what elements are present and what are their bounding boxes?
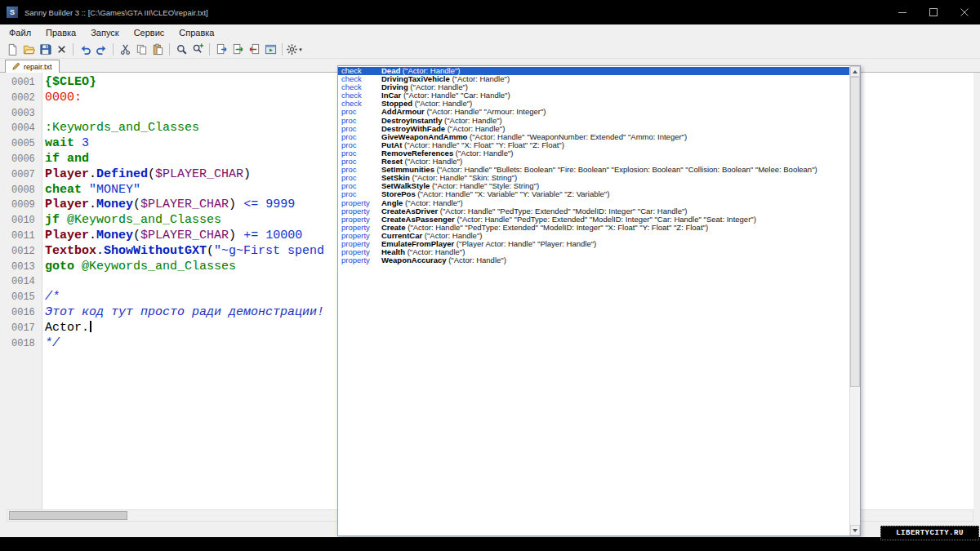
open-file-button[interactable] (20, 42, 37, 58)
code-segment: 10000 (265, 229, 302, 242)
code-segment: $PLAYER_CHAR (155, 167, 243, 181)
code-segment: @Keywords_and_Classes (67, 213, 221, 227)
line-number: 0003 (7, 106, 42, 122)
code-segment: goto (45, 260, 74, 273)
menu-item-4[interactable]: Сервис (127, 24, 172, 41)
code-segment: ShowWithoutGXT (104, 244, 207, 258)
line-number: 0001 (7, 75, 42, 91)
code-segment: ) (243, 167, 251, 181)
code-segment: wait (45, 136, 74, 150)
run-icon (265, 43, 277, 56)
tab-label: repair.txt (24, 63, 52, 71)
code-segment: $PLAYER_CHAR (140, 229, 229, 242)
code-segment: "MONEY" (89, 183, 140, 197)
title-bar: S Sanny Builder 3 :: [C:\Games\GTA III\C… (0, 0, 980, 24)
code-segment: {$CLEO} (45, 75, 96, 89)
toolbar: ▾ (0, 41, 980, 59)
close-file-button[interactable] (53, 42, 69, 58)
scroll-up-button[interactable] (850, 66, 860, 77)
toolbar-separator (73, 43, 74, 56)
settings-button[interactable]: ▾ (286, 42, 302, 58)
toolbar-separator (209, 43, 210, 56)
code-segment: 9999 (265, 198, 295, 211)
new-file-icon (7, 43, 19, 56)
line-number: 0002 (7, 91, 42, 106)
code-segment (60, 213, 67, 227)
code-segment: Textbox (45, 244, 96, 258)
minimize-button[interactable] (887, 0, 918, 24)
category-label: property (338, 256, 381, 264)
app-icon: S (7, 7, 18, 18)
run-button[interactable] (262, 42, 278, 58)
code-segment: and (67, 152, 89, 166)
autocomplete-popup: checkDead ("Actor: Handle")checkDrivingT… (337, 65, 861, 536)
window-controls (887, 0, 980, 24)
undo-button[interactable] (77, 42, 93, 58)
compile-copy-icon (232, 43, 244, 56)
line-number: 0016 (7, 305, 42, 321)
redo-icon (96, 43, 108, 56)
menu-item-1[interactable]: Файл (2, 24, 38, 41)
popup-scrollbar-thumb[interactable] (850, 77, 860, 387)
code-segment: if (45, 152, 60, 166)
close-button[interactable] (949, 0, 980, 24)
tab-repair-txt[interactable]: repair.txt (5, 60, 60, 73)
open-file-icon (23, 43, 35, 56)
autocomplete-item-WeaponAccuracy[interactable]: propertyWeaponAccuracy ("Actor: Handle") (338, 256, 849, 264)
arrow-down-icon (853, 529, 858, 532)
save-file-button[interactable] (37, 42, 53, 58)
redo-button[interactable] (93, 42, 109, 58)
maximize-icon (929, 5, 938, 20)
close-icon (960, 5, 969, 20)
autocomplete-item-StorePos[interactable]: procStorePos ("Actor: Handle" "X: Variab… (338, 190, 849, 198)
code-segment: $PLAYER_CHAR (140, 198, 229, 211)
line-number: 0004 (7, 121, 42, 136)
line-number: 0013 (7, 260, 42, 275)
code-segment: ) (229, 198, 236, 211)
compile-button[interactable] (213, 42, 229, 58)
code-segment: "~g~First spend (214, 244, 324, 258)
close-file-icon (56, 43, 68, 56)
desktop-background (0, 537, 980, 551)
find-next-button[interactable] (189, 42, 206, 58)
line-number: 0006 (7, 152, 42, 167)
menu-item-5[interactable]: Справка (172, 24, 221, 41)
code-segment: += (243, 229, 258, 242)
maximize-button[interactable] (918, 0, 949, 24)
code-segment: ( (133, 229, 140, 242)
code-segment: Player (45, 167, 89, 181)
pencil-icon (12, 62, 20, 72)
copy-icon (136, 43, 148, 56)
code-segment: jf (45, 213, 60, 227)
code-segment: Money (96, 198, 133, 211)
paste-button[interactable] (149, 42, 166, 58)
horizontal-scrollbar-thumb[interactable] (9, 511, 127, 520)
line-number: 0007 (7, 167, 42, 183)
minimize-icon (898, 5, 906, 20)
cut-button[interactable] (117, 42, 133, 58)
code-segment: cheat (45, 183, 82, 197)
code-segment: @Keywords_and_Classes (82, 260, 236, 273)
toolbar-separator (282, 43, 283, 56)
disassemble-button[interactable] (246, 42, 262, 58)
code-segment: :Keywords_and_Classes (45, 121, 199, 135)
code-segment: Actor. (45, 321, 89, 335)
find-button[interactable] (173, 42, 189, 58)
menu-item-2[interactable]: Правка (38, 24, 83, 41)
disassemble-icon (248, 43, 261, 56)
new-file-button[interactable] (4, 42, 20, 58)
toolbar-separator (113, 43, 114, 56)
screen: S Sanny Builder 3 :: [C:\Games\GTA III\C… (0, 0, 980, 551)
autocomplete-list: checkDead ("Actor: Handle")checkDrivingT… (338, 67, 849, 535)
popup-scrollbar[interactable] (849, 66, 860, 535)
code-segment (74, 260, 82, 273)
compile-copy-button[interactable] (229, 42, 246, 58)
code-segment (236, 229, 243, 242)
menu-item-3[interactable]: Запуск (83, 24, 126, 41)
copy-button[interactable] (133, 42, 149, 58)
code-segment: <= (243, 198, 258, 211)
code-segment: ( (148, 167, 155, 181)
text-cursor (90, 321, 91, 332)
line-number: 0015 (7, 290, 42, 305)
scroll-down-button[interactable] (850, 525, 860, 535)
